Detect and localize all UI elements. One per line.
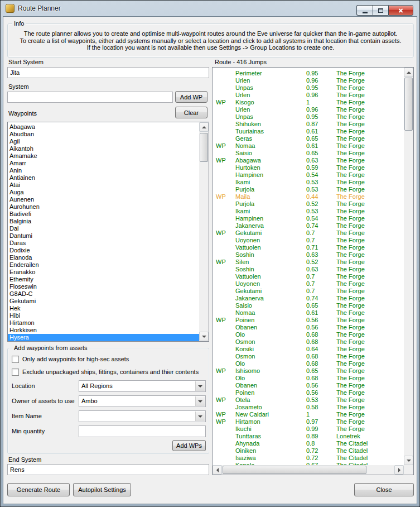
waypoint-list-item[interactable]: Hibi (8, 312, 199, 319)
autopilot-settings-button[interactable]: Autopilot Settings (73, 483, 131, 496)
minimize-button[interactable] (356, 5, 373, 16)
exclude-unpackaged-checkbox[interactable] (12, 369, 19, 376)
route-row[interactable]: WPOtela0.53The Forge (213, 396, 404, 404)
waypoint-list-item[interactable]: Hirtamon (8, 319, 199, 327)
highsec-checkbox[interactable] (12, 356, 19, 363)
route-row[interactable]: Oiniken0.72The Citadel (213, 447, 404, 455)
waypoint-list-item[interactable]: Atai (8, 181, 199, 189)
route-row[interactable]: Olo0.68The Forge (213, 375, 404, 382)
route-row[interactable]: WPPoinen0.56The Forge (213, 317, 404, 324)
route-row[interactable]: Josameto0.58The Forge (213, 404, 404, 411)
route-row[interactable]: Hurtoken0.59The Forge (213, 164, 404, 171)
route-row[interactable]: WPGekutami0.7The Forge (213, 229, 404, 237)
route-row[interactable]: Poinen0.56The Forge (213, 389, 404, 396)
waypoint-list-item[interactable]: Gekutami (8, 298, 199, 305)
scroll-right-button[interactable] (394, 465, 404, 475)
route-row[interactable]: WPIshisomo0.65The Forge (213, 367, 404, 375)
scrollbar-thumb[interactable] (404, 78, 413, 131)
dropdown-arrow-button[interactable] (195, 396, 205, 406)
end-system-input[interactable] (7, 464, 209, 475)
route-row[interactable]: Obanen0.56The Forge (213, 382, 404, 389)
route-horizontal-scrollbar[interactable] (213, 465, 404, 475)
route-row[interactable]: Ikuchi0.99The Forge (213, 425, 404, 433)
dropdown-arrow-button[interactable] (195, 381, 205, 391)
route-row[interactable]: Urlen0.96The Forge (213, 106, 404, 113)
route-row[interactable]: WPNomaa0.61The Forge (213, 142, 404, 150)
route-row[interactable]: Korsiki0.64The Forge (213, 346, 404, 353)
waypoint-list-item[interactable]: Enderailen (8, 261, 199, 269)
route-row[interactable]: Saisio0.65The Forge (213, 302, 404, 309)
waypoint-list-item[interactable]: Horkkisen (8, 327, 199, 334)
route-row[interactable]: Urlen0.96The Forge (213, 77, 404, 84)
clear-button[interactable]: Clear (175, 107, 207, 118)
route-row[interactable]: Olo0.68The Forge (213, 331, 404, 338)
item-name-dropdown[interactable] (79, 410, 206, 422)
waypoint-list-item[interactable]: Balginia (8, 218, 199, 225)
route-row[interactable]: Saisio0.65The Forge (213, 150, 404, 157)
titlebar[interactable]: Route Planner (1, 1, 419, 16)
waypoint-list-item[interactable]: Aikantoh (8, 145, 199, 152)
route-row[interactable]: Tuuriainas0.61The Forge (213, 128, 404, 135)
route-row[interactable]: Soshin0.63The Forge (213, 266, 404, 273)
route-row[interactable]: Unpas0.95The Forge (213, 113, 404, 121)
route-row[interactable]: Unpas0.95The Forge (213, 84, 404, 92)
waypoints-listbox[interactable]: AbagawaAbudbanAgilAikantohAmamakeAmarrAn… (7, 122, 209, 342)
scrollbar-thumb[interactable] (200, 133, 208, 162)
min-quantity-input[interactable] (79, 425, 206, 437)
route-row[interactable]: Soshin0.63The Forge (213, 251, 404, 259)
waypoint-list-item[interactable]: Dantumi (8, 232, 199, 240)
scroll-up-button[interactable] (404, 68, 413, 77)
waypoint-list-item[interactable]: Daras (8, 240, 199, 247)
route-row[interactable]: Uoyonen0.7The Forge (213, 280, 404, 288)
route-row[interactable]: Hampinen0.54The Forge (213, 171, 404, 179)
close-button[interactable] (388, 5, 413, 16)
route-row[interactable]: Vattuolen0.71The Forge (213, 244, 404, 251)
route-row[interactable]: Urlen0.96The Forge (213, 92, 404, 99)
maximize-button[interactable] (373, 5, 388, 16)
route-row[interactable]: Olo0.68The Forge (213, 360, 404, 367)
waypoint-list-item[interactable]: Dodixie (8, 247, 199, 254)
route-row[interactable]: Isaziwa0.72The Citadel (213, 455, 404, 462)
waypoints-vertical-scrollbar[interactable] (199, 122, 209, 341)
start-system-input[interactable] (7, 67, 209, 78)
generate-route-button[interactable]: Generate Route (7, 483, 70, 496)
scroll-left-button[interactable] (213, 465, 222, 475)
route-row[interactable]: Tunttaras0.89Lonetrek (213, 433, 404, 440)
dropdown-arrow-button[interactable] (195, 412, 205, 421)
route-list[interactable]: Perimeter0.95The ForgeUrlen0.96The Forge… (212, 67, 414, 475)
route-row[interactable]: Vattuolen0.7The Forge (213, 273, 404, 280)
add-wp-button[interactable]: Add WP (175, 91, 207, 103)
route-row[interactable]: Nomaa0.61The Forge (213, 309, 404, 317)
waypoint-list-item[interactable]: Abagawa (8, 123, 199, 131)
waypoint-list-item[interactable]: Hysera (8, 334, 199, 341)
waypoint-list-item[interactable]: Auga (8, 189, 199, 196)
waypoint-list-item[interactable]: Anin (8, 167, 199, 174)
owner-dropdown[interactable]: Ambo (79, 395, 206, 407)
route-row[interactable]: Ahynada0.8The Citadel (213, 440, 404, 447)
scroll-up-button[interactable] (199, 122, 209, 132)
waypoint-list-item[interactable]: Abudban (8, 131, 199, 138)
waypoint-list-item[interactable]: Dal (8, 225, 199, 232)
route-row[interactable]: WPHirtamon0.97The Forge (213, 418, 404, 425)
waypoint-list-item[interactable]: Hek (8, 305, 199, 312)
route-row[interactable]: Osmon0.68The Forge (213, 353, 404, 360)
waypoint-list-item[interactable]: Ethemity (8, 276, 199, 283)
route-row[interactable]: Geras0.65The Forge (213, 135, 404, 142)
route-row[interactable]: WPMaila0.44The Forge (213, 193, 404, 200)
route-row[interactable]: Hampinen0.54The Forge (213, 215, 404, 222)
route-vertical-scrollbar[interactable] (404, 68, 413, 465)
waypoint-list-item[interactable]: G8AD-C (8, 290, 199, 298)
route-row[interactable]: WPAbagawa0.63The Forge (213, 157, 404, 164)
route-row[interactable]: Gekutami0.7The Forge (213, 288, 404, 295)
waypoint-list-item[interactable]: Agil (8, 138, 199, 145)
route-row[interactable]: Ikami0.53The Forge (213, 179, 404, 186)
waypoint-list-item[interactable]: Eranakko (8, 269, 199, 276)
location-dropdown[interactable]: All Regions (79, 380, 206, 392)
route-row[interactable]: Uoyonen0.7The Forge (213, 237, 404, 244)
waypoint-list-item[interactable]: Badivefi (8, 211, 199, 218)
route-row[interactable]: Jakanerva0.74The Forge (213, 295, 404, 302)
waypoint-list-item[interactable]: Antiainen (8, 174, 199, 181)
scroll-down-button[interactable] (404, 456, 413, 465)
waypoint-list-item[interactable]: Amarr (8, 160, 199, 167)
waypoint-list-item[interactable]: Aurohunen (8, 203, 199, 211)
